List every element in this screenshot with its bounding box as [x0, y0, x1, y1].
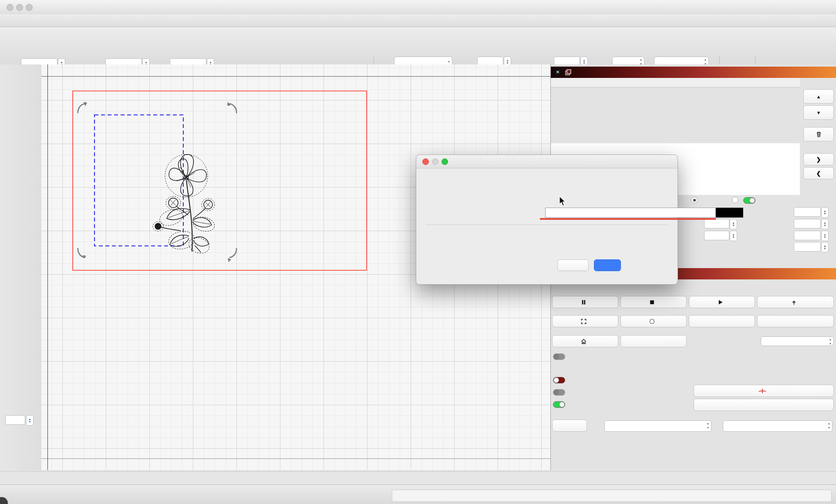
pause-button[interactable] — [552, 296, 618, 308]
main-toolbar — [0, 14, 836, 27]
power-max-stepper[interactable]: ▲▼ — [821, 219, 829, 229]
go-to-origin-button[interactable] — [620, 335, 687, 347]
send-button[interactable] — [757, 296, 834, 308]
dialog-title-bar[interactable] — [416, 155, 678, 168]
layer-move-down-button[interactable]: ▼ — [803, 105, 834, 120]
tool-palette: ▲▼ — [0, 64, 42, 470]
red-frame-rect[interactable] — [73, 91, 367, 270]
close-window-button[interactable] — [7, 4, 13, 11]
title-bar — [0, 0, 836, 15]
pass-count-stepper[interactable]: ▲▼ — [730, 219, 737, 229]
layer-table-header — [551, 78, 800, 87]
frame-rect-button[interactable] — [552, 315, 618, 327]
layer-panel-next-button[interactable]: ❯ — [803, 153, 834, 165]
interval-input[interactable] — [704, 231, 729, 240]
laser1-radio[interactable] — [691, 197, 698, 203]
enable-rotary-toggle[interactable] — [553, 353, 565, 360]
device-name-select[interactable]: ▲▼ — [723, 420, 833, 432]
blue-window-rect[interactable] — [94, 115, 183, 246]
layer-delete-button[interactable] — [803, 127, 834, 141]
crosshair-icon: -✛- — [758, 388, 766, 394]
save-rd-button[interactable] — [689, 315, 755, 327]
dialog-minimize-button[interactable] — [432, 158, 438, 165]
color-palette — [0, 471, 836, 485]
home-button[interactable] — [552, 335, 618, 347]
speed-input[interactable] — [794, 207, 821, 217]
lightburn-window: { "window": {"title": "ramka ze sklejki … — [0, 0, 836, 504]
tooltip — [545, 208, 716, 218]
power-min-input[interactable] — [794, 231, 821, 240]
cut-selected-toggle[interactable] — [553, 377, 565, 383]
dialog-divider — [426, 225, 668, 225]
layer-panel-prev-button[interactable]: ❮ — [803, 167, 834, 179]
transform-toolbar: ▲▼ ▲▼ ▲▼ ▲▼ ▲▼ ▲▼ ▲▼ ▼ ▲▼ ▲▼ ▲▼ ▲▼ ▲▼ ▲▼ — [0, 27, 836, 65]
start-button[interactable] — [689, 296, 755, 308]
rotate-handles[interactable] — [78, 102, 236, 262]
minimize-window-button[interactable] — [16, 4, 23, 11]
devices-button[interactable] — [552, 420, 587, 432]
popout-panel-icon[interactable] — [565, 69, 572, 76]
ok-button[interactable] — [594, 259, 621, 271]
corner-widget — [0, 497, 8, 504]
pass-count-input[interactable] — [704, 219, 729, 228]
dialog-zoom-button[interactable] — [442, 158, 448, 165]
start-from-select[interactable]: ▲▼ — [761, 336, 834, 346]
radius-input[interactable] — [5, 415, 25, 425]
zoom-window-button[interactable] — [26, 4, 33, 11]
radius-stepper[interactable]: ▲▼ — [26, 415, 34, 426]
cancel-button[interactable] — [557, 259, 589, 271]
material-stepper[interactable]: ▲▼ — [821, 242, 829, 252]
power-min-stepper[interactable]: ▲▼ — [821, 231, 829, 241]
layer-move-up-button[interactable]: ▲ — [803, 89, 834, 104]
flower-selection-outline — [153, 155, 216, 256]
optimize-cut-path-toggle[interactable] — [553, 401, 565, 408]
run-rd-button[interactable] — [757, 315, 834, 327]
material-input[interactable] — [794, 242, 821, 252]
show-last-position-button[interactable]: -✛- — [694, 385, 834, 397]
status-bar — [0, 484, 836, 504]
power-max-input[interactable] — [794, 219, 821, 228]
close-panel-icon[interactable]: ✕ — [554, 69, 561, 76]
mouse-cursor — [559, 196, 567, 207]
use-selection-origin-toggle[interactable] — [553, 389, 565, 396]
stop-button[interactable] — [620, 296, 687, 308]
speed-stepper[interactable]: ▲▼ — [821, 207, 829, 218]
progress-strip — [392, 490, 832, 502]
optimization-settings-button[interactable] — [694, 399, 834, 411]
frame-circle-button[interactable] — [620, 315, 687, 327]
enabled-toggle[interactable] — [743, 197, 755, 204]
device-auto-select[interactable]: ▲▼ — [604, 420, 711, 432]
interval-stepper[interactable]: ▲▼ — [730, 231, 737, 241]
dialog-close-button[interactable] — [422, 158, 429, 165]
laser2-radio[interactable] — [732, 197, 738, 203]
tooltip-underline — [540, 218, 716, 220]
cuts-layers-header: ✕ — [551, 67, 836, 78]
